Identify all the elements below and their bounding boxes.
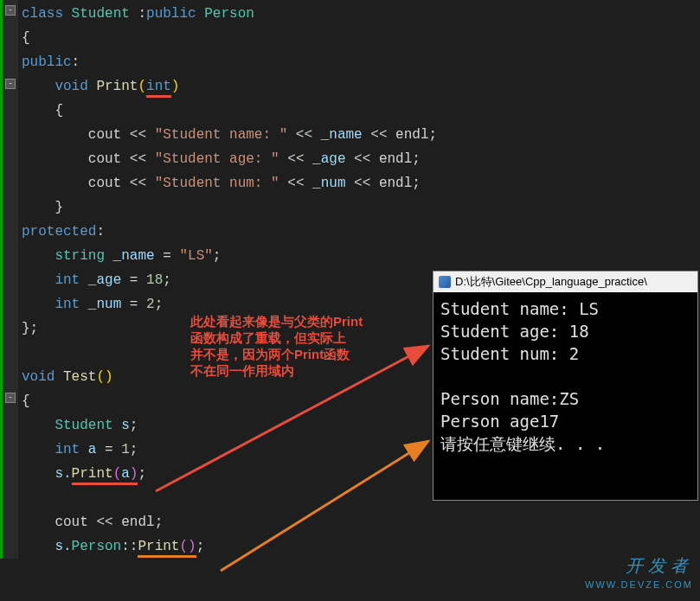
code-line: class Student :public Person (22, 2, 700, 26)
code-line: string _name = "LS"; (22, 244, 700, 268)
code-line: protected: (22, 220, 700, 244)
console-titlebar[interactable]: D:\比特\Gitee\Cpp_language_practice\ (433, 272, 697, 292)
code-line: void Print(int) (22, 74, 700, 99)
code-line: cout << "Student age: " << _age << endl; (22, 147, 700, 171)
code-line: cout << "Student name: " << _name << end… (22, 123, 700, 147)
code-line: public: (22, 50, 700, 74)
fold-icon[interactable]: - (5, 393, 16, 403)
fold-icon[interactable]: - (5, 79, 16, 89)
annotation-text: 此处看起来像是与父类的Print 函数构成了重载，但实际上 并不是，因为两个Pr… (190, 313, 363, 379)
code-line: { (22, 99, 700, 123)
code-line: s.Person::Print(); (22, 534, 700, 559)
code-line: } (22, 195, 700, 220)
console-title-text: D:\比特\Gitee\Cpp_language_practice\ (455, 274, 647, 290)
console-output: Student name: LS Student age: 18 Student… (433, 292, 697, 500)
code-line: cout << "Student num: " << _num << endl; (22, 171, 700, 195)
console-window[interactable]: D:\比特\Gitee\Cpp_language_practice\ Stude… (433, 271, 698, 501)
print-int-param: int (146, 79, 171, 98)
console-icon (439, 276, 451, 288)
watermark: 开发者 WWW.DEVZE.COM (585, 556, 693, 594)
fold-icon[interactable]: - (5, 5, 16, 16)
code-line: { (22, 26, 700, 50)
code-line: cout << endl; (22, 510, 700, 534)
